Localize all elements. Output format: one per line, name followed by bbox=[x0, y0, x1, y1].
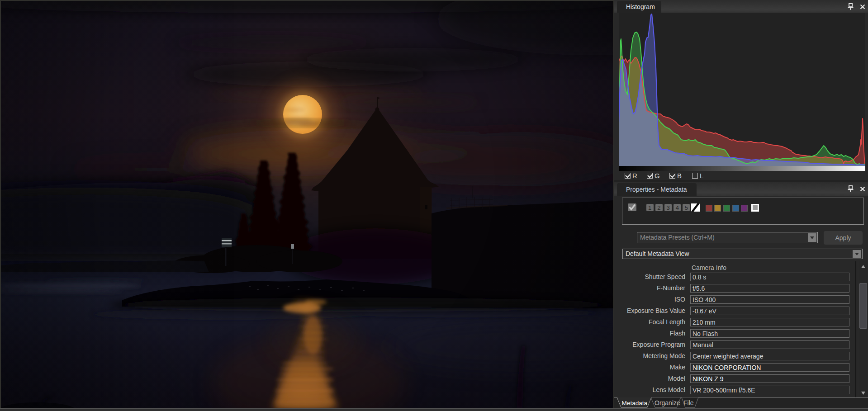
svg-text:Metadata: Metadata bbox=[622, 400, 648, 406]
svg-text:File: File bbox=[683, 399, 694, 406]
svg-text:Organize: Organize bbox=[655, 399, 680, 406]
